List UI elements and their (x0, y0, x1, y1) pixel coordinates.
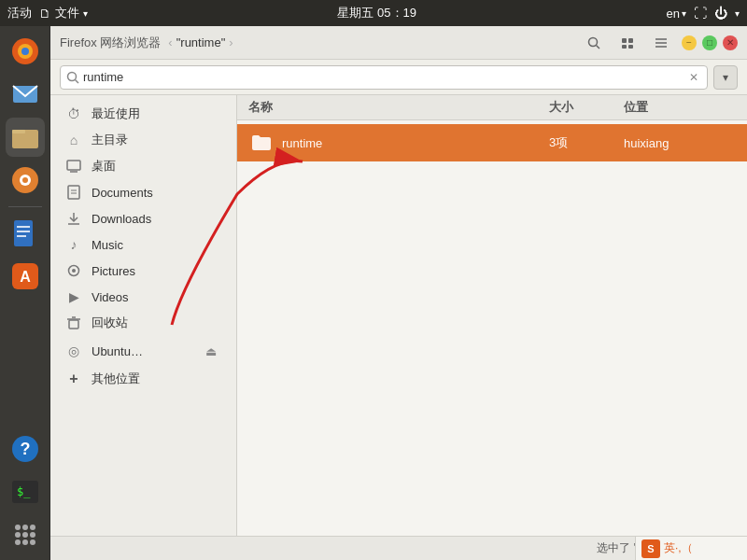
music-icon: ♪ (65, 236, 82, 253)
svg-rect-32 (622, 45, 627, 49)
titlebar-label: Firefox 网络浏览器 (60, 35, 161, 51)
file-location-runtime: huixiang (624, 136, 736, 150)
sidebar-item-documents[interactable]: Documents (54, 179, 233, 205)
sidebar: ⏱ 最近使用 ⌂ 主目录 桌面 Documents (50, 95, 237, 536)
maximize-button[interactable]: □ (702, 35, 717, 50)
topbar-time: 星期五 05：19 (337, 5, 416, 21)
svg-rect-10 (17, 226, 30, 228)
content-area: ⏱ 最近使用 ⌂ 主目录 桌面 Documents (50, 95, 747, 536)
sidebar-label-downloads: Downloads (92, 212, 221, 226)
sidebar-label-videos: Videos (92, 290, 221, 304)
topbar-files-label[interactable]: 🗋 文件 ▾ (39, 5, 88, 21)
file-size-runtime: 3项 (549, 134, 624, 151)
svg-rect-30 (622, 38, 627, 43)
svg-point-19 (15, 525, 21, 530)
svg-rect-33 (628, 45, 633, 49)
sidebar-item-desktop[interactable]: 桌面 (54, 153, 233, 179)
svg-text:A: A (20, 269, 31, 285)
home-icon: ⌂ (65, 132, 82, 148)
svg-rect-41 (68, 186, 79, 199)
sidebar-item-recent[interactable]: ⏱ 最近使用 (54, 101, 233, 127)
downloads-icon (65, 210, 82, 227)
sidebar-label-trash: 回收站 (92, 315, 221, 331)
sidebar-label-recent: 最近使用 (92, 105, 221, 122)
dock-item-apps[interactable] (6, 515, 45, 554)
eject-button[interactable]: ⏏ (201, 341, 221, 361)
svg-point-8 (22, 177, 28, 183)
titlebar-path: "runtime" (176, 35, 226, 49)
sidebar-item-music[interactable]: ♪ Music (54, 231, 233, 258)
power-icon[interactable]: ⏻ (714, 6, 727, 21)
menu-button[interactable] (648, 30, 674, 56)
sidebar-label-documents: Documents (92, 186, 221, 200)
close-button[interactable]: ✕ (723, 35, 738, 50)
topbar-lang[interactable]: en ▾ (667, 7, 686, 21)
sogou-text: 英·,（ (664, 540, 693, 556)
power-arrow[interactable]: ▾ (735, 8, 740, 19)
svg-point-2 (21, 48, 29, 55)
file-name-runtime: runtime (282, 136, 549, 150)
svg-line-38 (76, 79, 79, 83)
sidebar-item-ubuntu[interactable]: ◎ Ubuntu… ⏏ (54, 336, 233, 366)
svg-point-28 (589, 37, 598, 46)
sidebar-item-other[interactable]: + 其他位置 (54, 366, 233, 392)
table-row[interactable]: runtime 3项 huixiang (237, 124, 747, 161)
titlebar-back-arrow: ‹ (168, 35, 172, 49)
svg-rect-48 (69, 320, 78, 329)
trash-icon (65, 315, 82, 331)
search-button[interactable] (581, 30, 607, 56)
dock-item-files[interactable] (6, 118, 45, 157)
svg-rect-31 (628, 38, 633, 43)
topbar: 活动 🗋 文件 ▾ 星期五 05：19 en ▾ ⛶ ⏻ ▾ (0, 0, 747, 26)
view-button[interactable] (614, 30, 641, 56)
svg-point-27 (30, 539, 35, 545)
ubuntu-icon: ◎ (65, 343, 82, 359)
sidebar-label-music: Music (92, 238, 221, 252)
svg-rect-11 (17, 231, 30, 232)
svg-point-25 (15, 539, 21, 545)
svg-rect-12 (17, 235, 26, 237)
sidebar-label-home: 主目录 (92, 132, 221, 148)
dock-item-firefox[interactable] (6, 32, 45, 71)
sidebar-item-videos[interactable]: ▶ Videos (54, 284, 233, 310)
filelist: 名称 大小 位置 runtime 3项 huixiang (237, 95, 747, 536)
search-input[interactable] (83, 70, 683, 84)
folder-icon (248, 130, 275, 156)
documents-icon (65, 184, 82, 201)
dock-item-help[interactable]: ? (6, 429, 45, 469)
svg-line-29 (597, 45, 600, 49)
minimize-button[interactable]: − (682, 35, 697, 50)
search-dropdown-button[interactable]: ▾ (713, 65, 738, 90)
svg-point-37 (68, 72, 77, 80)
filemanager-window: Firefox 网络浏览器 ‹ "runtime" › − □ ✕ ✕ ▾ (50, 26, 747, 560)
svg-text:$_: $_ (17, 485, 31, 498)
search-input-wrapper: ✕ (60, 65, 708, 90)
window-controls: − □ ✕ (682, 35, 738, 50)
dock-item-appstore[interactable]: A (6, 257, 45, 296)
dock-item-email[interactable] (6, 75, 45, 114)
sidebar-item-trash[interactable]: 回收站 (54, 310, 233, 336)
search-bar-area: ✕ ▾ (50, 60, 747, 95)
sogou-bar: S 英·,（ (635, 536, 747, 560)
videos-icon: ▶ (65, 288, 82, 305)
svg-rect-39 (67, 161, 80, 170)
svg-point-22 (15, 532, 21, 538)
desktop-icon (65, 158, 82, 175)
recent-icon: ⏱ (65, 105, 82, 122)
dock-item-writer[interactable] (6, 214, 45, 253)
dock-separator (8, 206, 42, 207)
dock: A ? $_ (0, 26, 50, 560)
dock-item-terminal[interactable]: $_ (6, 472, 45, 511)
search-icon (66, 71, 79, 84)
pictures-icon (65, 262, 82, 279)
svg-point-23 (22, 532, 28, 538)
activities-label[interactable]: 活动 (7, 5, 32, 21)
sidebar-item-home[interactable]: ⌂ 主目录 (54, 127, 233, 153)
svg-text:?: ? (20, 440, 30, 458)
search-clear-button[interactable]: ✕ (686, 70, 701, 85)
network-icon: ⛶ (694, 6, 707, 21)
titlebar: Firefox 网络浏览器 ‹ "runtime" › − □ ✕ (50, 26, 747, 60)
dock-item-music[interactable] (6, 161, 45, 200)
sidebar-item-downloads[interactable]: Downloads (54, 205, 233, 231)
sidebar-item-pictures[interactable]: Pictures (54, 258, 233, 284)
